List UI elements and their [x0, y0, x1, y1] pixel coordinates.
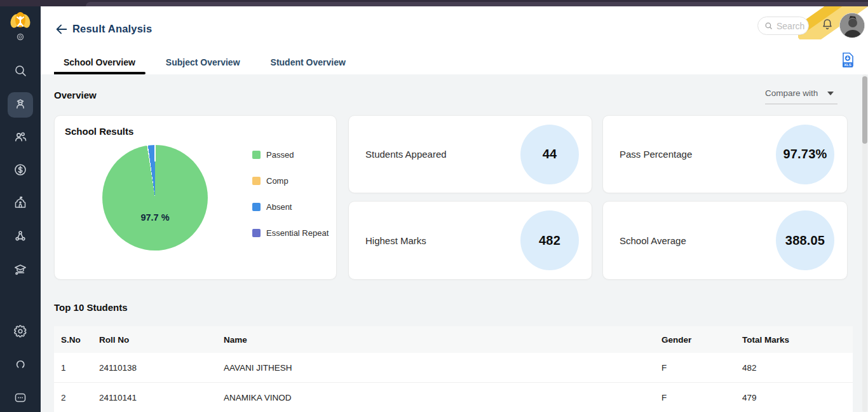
more-options-icon — [13, 390, 28, 408]
people-icon — [13, 129, 28, 147]
page-title: Result Analysis — [72, 23, 152, 35]
stat-label: Highest Marks — [365, 235, 426, 246]
network-icon — [13, 228, 28, 246]
legend-swatch-passed — [252, 151, 261, 159]
sidebar-item-finance[interactable] — [8, 158, 33, 184]
col-rollno: Roll No — [92, 335, 217, 345]
tab-student-overview[interactable]: Student Overview — [271, 57, 346, 67]
back-button[interactable] — [53, 21, 70, 38]
gear-icon — [13, 324, 28, 341]
notifications-bell-icon[interactable] — [820, 17, 836, 35]
col-total-marks: Total Marks — [735, 335, 853, 345]
main-content: Overview Compare with School Results 97.… — [41, 74, 868, 412]
overview-heading: Overview — [54, 90, 97, 100]
top-students-heading: Top 10 Students — [54, 302, 128, 313]
app-logo — [8, 10, 32, 43]
compare-with-label: Compare with — [765, 88, 818, 98]
avatar[interactable] — [839, 13, 865, 38]
student-icon — [13, 96, 28, 114]
tab-bar: School Overview Subject Overview Student… — [64, 50, 346, 74]
pie-center-label: 97.7 % — [140, 212, 169, 223]
stat-value-circle: 388.05 — [776, 210, 834, 270]
school-results-card: School Results 97.7 % Passed Comp Absent… — [54, 115, 337, 280]
legend-item-absent[interactable]: Absent — [252, 202, 329, 212]
col-name: Name — [217, 335, 654, 345]
browser-tab-shape — [86, 2, 868, 6]
legend-item-passed[interactable]: Passed — [252, 150, 329, 160]
search-icon — [764, 21, 773, 31]
col-sno: S.No — [54, 335, 92, 345]
school-building-icon — [13, 195, 28, 213]
search-placeholder: Search — [776, 21, 804, 31]
sidebar-item-settings[interactable] — [8, 320, 33, 345]
legend-swatch-absent — [252, 203, 261, 211]
legend-item-comp[interactable]: Comp — [252, 176, 329, 186]
dollar-icon — [13, 162, 28, 180]
col-gender: Gender — [654, 335, 735, 345]
search-icon — [13, 63, 28, 81]
graduation-cap-icon — [13, 261, 28, 279]
stat-value-circle: 482 — [520, 210, 579, 270]
sidebar-item-students[interactable] — [8, 92, 33, 118]
legend-swatch-comp — [252, 177, 261, 185]
sidebar-item-search[interactable] — [8, 59, 33, 85]
stat-label: Pass Percentage — [620, 149, 692, 160]
stat-value-circle: 44 — [520, 125, 579, 184]
stat-card-school-average: School Average 388.05 — [602, 201, 848, 280]
tab-subject-overview[interactable]: Subject Overview — [166, 57, 240, 67]
top-students-table: S.No Roll No Name Gender Total Marks 1 2… — [54, 326, 853, 412]
sidebar-item-sync[interactable] — [8, 353, 33, 378]
table-header-row: S.No Roll No Name Gender Total Marks — [54, 326, 853, 353]
stat-label: School Average — [620, 235, 686, 246]
sync-icon — [13, 357, 28, 374]
legend-swatch-essential-repeat — [252, 229, 261, 237]
pie-legend: Passed Comp Absent Essential Repeat — [252, 150, 329, 238]
stat-card-pass-percentage: Pass Percentage 97.73% — [602, 115, 848, 193]
school-results-title: School Results — [65, 126, 133, 137]
compare-with-dropdown[interactable]: Compare with — [765, 88, 837, 104]
chevron-down-icon — [827, 92, 834, 95]
sidebar-item-people[interactable] — [8, 125, 33, 151]
table-row[interactable]: 2 24110141 ANAMIKA VINOD F 479 — [54, 383, 853, 412]
stat-card-students-appeared: Students Appeared 44 — [348, 115, 592, 193]
sidebar — [0, 6, 41, 412]
stat-value-circle: 97.73% — [776, 125, 834, 184]
export-xls-button[interactable]: XLS — [840, 52, 855, 69]
sidebar-item-school[interactable] — [8, 191, 33, 217]
results-pie-chart[interactable]: 97.7 % — [102, 145, 208, 251]
header: Result Analysis Search School Overview S… — [41, 6, 868, 74]
svg-text:XLS: XLS — [844, 63, 851, 67]
sidebar-item-more[interactable] — [8, 386, 33, 411]
scrollbar-thumb[interactable] — [862, 76, 867, 144]
stat-card-highest-marks: Highest Marks 482 — [348, 201, 592, 280]
active-tab-underline — [54, 72, 146, 74]
legend-item-essential-repeat[interactable]: Essential Repeat — [252, 228, 329, 238]
sidebar-item-network[interactable] — [8, 224, 33, 250]
sidebar-item-graduation[interactable] — [8, 258, 33, 283]
vertical-scrollbar[interactable] — [862, 74, 867, 412]
stat-label: Students Appeared — [365, 149, 447, 160]
table-row[interactable]: 1 24110138 AAVANI JITHESH F 482 — [54, 353, 853, 383]
window-title-strip — [0, 0, 868, 6]
tab-school-overview[interactable]: School Overview — [64, 57, 135, 67]
search-input[interactable]: Search — [757, 17, 809, 35]
